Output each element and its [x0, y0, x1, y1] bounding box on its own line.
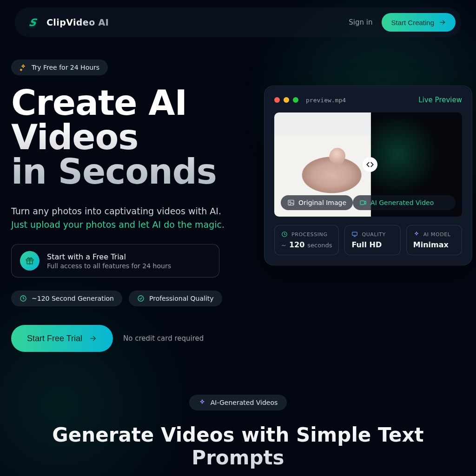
compare-handle[interactable] — [363, 157, 377, 172]
stat-model-label: AI MODEL — [423, 231, 451, 238]
logo-mark-icon: S — [25, 16, 40, 29]
preview-filename: preview.mp4 — [306, 97, 346, 104]
hero-title: Create AI Videosin Seconds — [11, 86, 253, 189]
sparkle-icon — [413, 231, 420, 238]
original-image-chip-label: Original Image — [298, 199, 346, 206]
sparkles-icon — [20, 64, 27, 71]
trial-badge: Try Free for 24 Hours — [11, 60, 108, 75]
stat-processing-label: PROCESSING — [291, 231, 328, 238]
svg-point-4 — [290, 201, 291, 203]
window-controls[interactable] — [274, 97, 298, 103]
trial-card-sub: Full access to all features for 24 hours — [47, 262, 171, 270]
monitor-icon — [351, 231, 358, 238]
start-free-trial-button[interactable]: Start Free Trial — [11, 325, 113, 352]
free-trial-card: Start with a Free Trial Full access to a… — [11, 244, 219, 278]
brand[interactable]: S ClipVideo AI — [26, 16, 109, 29]
quality-pill-label: Professional Quality — [149, 295, 214, 302]
svg-point-2 — [138, 296, 144, 301]
svg-rect-5 — [360, 201, 364, 205]
generation-speed-pill: ~120 Second Generation — [11, 291, 122, 306]
maximize-icon[interactable] — [293, 97, 298, 103]
stat-processing-unit: seconds — [307, 242, 332, 249]
stat-model: AI MODEL Minimax — [406, 225, 462, 255]
trial-card-title: Start with a Free Trial — [47, 252, 171, 261]
svg-rect-3 — [288, 200, 294, 205]
svg-rect-7 — [352, 232, 357, 235]
close-icon[interactable] — [274, 97, 280, 103]
chevrons-horizontal-icon — [366, 162, 374, 167]
quality-pill: Professional Quality — [129, 291, 222, 306]
video-icon — [359, 199, 367, 206]
live-preview-label: Live Preview — [418, 96, 462, 104]
generated-video-chip: AI Generated Video — [353, 195, 456, 210]
trial-badge-label: Try Free for 24 Hours — [32, 64, 99, 71]
arrow-right-icon — [89, 334, 97, 343]
stat-quality: QUALITY Full HD — [344, 225, 400, 255]
compare-slider[interactable]: Original Image AI Generated Video — [274, 112, 462, 217]
clock-icon — [281, 231, 288, 238]
stat-quality-label: QUALITY — [362, 231, 385, 238]
arrow-right-icon — [439, 19, 446, 26]
hero-subtitle: Turn any photos into captivating videos … — [11, 205, 253, 231]
stat-processing-value: 120 — [289, 240, 304, 249]
image-icon — [287, 199, 295, 206]
start-creating-label: Start Creating — [391, 19, 434, 26]
signin-link[interactable]: Sign in — [349, 18, 372, 26]
start-creating-button[interactable]: Start Creating — [382, 13, 456, 32]
gift-icon — [20, 251, 40, 271]
clock-icon — [20, 295, 27, 302]
preview-window: preview.mp4 Live Preview Original Image — [264, 86, 472, 265]
sparkle-icon — [198, 399, 206, 406]
stat-processing: PROCESSING ~ 120 seconds — [274, 225, 339, 255]
section-badge-label: AI-Generated Videos — [211, 399, 278, 406]
minimize-icon[interactable] — [284, 97, 289, 103]
stat-model-value: Minimax — [413, 240, 449, 249]
generated-video-chip-label: AI Generated Video — [370, 199, 434, 206]
brand-name: ClipVideo AI — [46, 17, 109, 27]
start-free-trial-label: Start Free Trial — [27, 334, 82, 344]
section-title: Generate Videos with Simple Text Prompts — [28, 423, 448, 469]
section-badge: AI-Generated Videos — [189, 395, 287, 410]
check-badge-icon — [137, 295, 145, 302]
top-nav: S ClipVideo AI Sign in Start Creating — [15, 7, 461, 37]
original-image-chip: Original Image — [281, 195, 353, 210]
stat-quality-value: Full HD — [351, 240, 382, 249]
generation-speed-label: ~120 Second Generation — [32, 295, 114, 302]
cta-note: No credit card required — [123, 334, 204, 343]
